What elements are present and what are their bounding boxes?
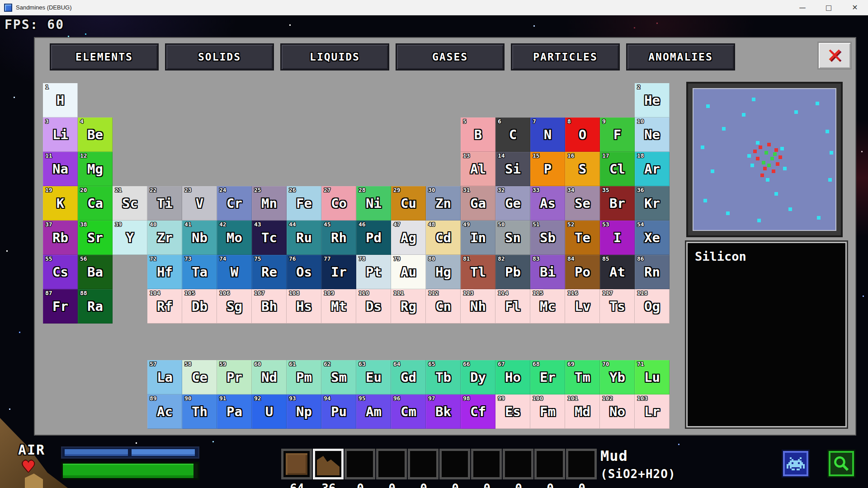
element-tile-As[interactable]: 33As	[530, 186, 565, 221]
element-tile-Pr[interactable]: 59Pr	[217, 360, 252, 394]
element-tile-At[interactable]: 85At	[600, 255, 635, 289]
tab-elements[interactable]: ELEMENTS	[50, 43, 159, 70]
element-tile-Cu[interactable]: 29Cu	[391, 186, 426, 221]
tab-gases[interactable]: GASES	[396, 43, 505, 70]
element-tile-Np[interactable]: 93Np	[287, 394, 321, 429]
element-tile-Mt[interactable]: 109Mt	[321, 289, 356, 324]
hotbar-slot-6[interactable]	[439, 449, 470, 479]
element-tile-Lu[interactable]: 71Lu	[635, 360, 670, 394]
element-tile-Sm[interactable]: 62Sm	[321, 360, 356, 394]
element-tile-Cd[interactable]: 48Cd	[426, 221, 461, 255]
element-tile-Hf[interactable]: 72Hf	[147, 255, 182, 289]
element-tile-Ti[interactable]: 22Ti	[147, 186, 182, 221]
element-tile-Fm[interactable]: 100Fm	[530, 394, 565, 429]
element-tile-Ar[interactable]: 18Ar	[635, 152, 670, 186]
element-tile-W[interactable]: 74W	[217, 255, 252, 289]
element-tile-Es[interactable]: 99Es	[495, 394, 530, 429]
element-tile-Rh[interactable]: 45Rh	[321, 221, 356, 255]
element-tile-Cs[interactable]: 55Cs	[43, 255, 78, 289]
element-tile-O[interactable]: 8O	[565, 117, 600, 152]
element-tile-Rn[interactable]: 86Rn	[635, 255, 670, 289]
element-tile-Au[interactable]: 79Au	[391, 255, 426, 289]
element-tile-Tl[interactable]: 81Tl	[461, 255, 495, 289]
element-tile-Pm[interactable]: 61Pm	[287, 360, 321, 394]
element-tile-N[interactable]: 7N	[530, 117, 565, 152]
element-tile-Mn[interactable]: 25Mn	[252, 186, 287, 221]
element-tile-Lr[interactable]: 103Lr	[635, 394, 670, 429]
element-tile-Tc[interactable]: 43Tc	[252, 221, 287, 255]
element-tile-Th[interactable]: 90Th	[182, 394, 217, 429]
element-tile-Mg[interactable]: 12Mg	[78, 152, 113, 186]
element-tile-C[interactable]: 6C	[495, 117, 530, 152]
element-tile-I[interactable]: 53I	[600, 221, 635, 255]
element-tile-F[interactable]: 9F	[600, 117, 635, 152]
element-tile-Rg[interactable]: 111Rg	[391, 289, 426, 324]
element-tile-Pt[interactable]: 78Pt	[356, 255, 391, 289]
window-close-button[interactable]: ✕	[842, 0, 868, 15]
element-tile-Na[interactable]: 11Na	[43, 152, 78, 186]
element-tile-H[interactable]: 1H	[43, 83, 78, 117]
element-tile-Os[interactable]: 76Os	[287, 255, 321, 289]
element-tile-Tb[interactable]: 65Tb	[426, 360, 461, 394]
hotbar-slot-8[interactable]	[503, 449, 533, 479]
element-tile-Hs[interactable]: 108Hs	[287, 289, 321, 324]
element-tile-Ru[interactable]: 44Ru	[287, 221, 321, 255]
element-tile-Fe[interactable]: 26Fe	[287, 186, 321, 221]
element-tile-Hg[interactable]: 80Hg	[426, 255, 461, 289]
tab-anomalies[interactable]: ANOMALIES	[626, 43, 735, 70]
maximize-button[interactable]: □	[816, 0, 842, 15]
element-tile-Ba[interactable]: 56Ba	[78, 255, 113, 289]
tab-solids[interactable]: SOLIDS	[165, 43, 274, 70]
element-tile-Ga[interactable]: 31Ga	[461, 186, 495, 221]
minimize-button[interactable]: —	[789, 0, 816, 15]
element-tile-Ce[interactable]: 58Ce	[182, 360, 217, 394]
element-tile-Sc[interactable]: 21Sc	[113, 186, 147, 221]
element-tile-Sn[interactable]: 50Sn	[495, 221, 530, 255]
element-tile-Lv[interactable]: 116Lv	[565, 289, 600, 324]
element-tile-Tm[interactable]: 69Tm	[565, 360, 600, 394]
hotbar-slot-1[interactable]	[281, 449, 312, 479]
element-tile-Og[interactable]: 118Og	[635, 289, 670, 324]
element-tile-Re[interactable]: 75Re	[252, 255, 287, 289]
element-tile-Ge[interactable]: 32Ge	[495, 186, 530, 221]
hotbar-slot-5[interactable]	[408, 449, 439, 479]
element-tile-Mc[interactable]: 115Mc	[530, 289, 565, 324]
element-tile-P[interactable]: 15P	[530, 152, 565, 186]
element-tile-Cr[interactable]: 24Cr	[217, 186, 252, 221]
element-tile-S[interactable]: 16S	[565, 152, 600, 186]
element-tile-Ir[interactable]: 77Ir	[321, 255, 356, 289]
hotbar-slot-2[interactable]	[313, 449, 344, 479]
element-tile-Cm[interactable]: 96Cm	[391, 394, 426, 429]
hotbar-slot-10[interactable]	[566, 449, 597, 479]
element-tile-He[interactable]: 2He	[635, 83, 670, 117]
element-tile-Pu[interactable]: 94Pu	[321, 394, 356, 429]
element-tile-Am[interactable]: 95Am	[356, 394, 391, 429]
element-tile-Rf[interactable]: 104Rf	[147, 289, 182, 324]
element-tile-No[interactable]: 102No	[600, 394, 635, 429]
hotbar-slot-9[interactable]	[534, 449, 565, 479]
tab-liquids[interactable]: LIQUIDS	[280, 43, 389, 70]
element-tile-Ts[interactable]: 117Ts	[600, 289, 635, 324]
element-tile-Xe[interactable]: 54Xe	[635, 221, 670, 255]
hotbar-slot-3[interactable]	[344, 449, 375, 479]
element-tile-Rb[interactable]: 37Rb	[43, 221, 78, 255]
element-tile-Pd[interactable]: 46Pd	[356, 221, 391, 255]
element-tile-Po[interactable]: 84Po	[565, 255, 600, 289]
element-tile-Ac[interactable]: 89Ac	[147, 394, 182, 429]
element-tile-Ne[interactable]: 10Ne	[635, 117, 670, 152]
menu-close-button[interactable]: ✕	[817, 42, 852, 70]
element-tile-Ho[interactable]: 67Ho	[495, 360, 530, 394]
element-tile-Nd[interactable]: 60Nd	[252, 360, 287, 394]
element-tile-Yb[interactable]: 70Yb	[600, 360, 635, 394]
element-tile-Ra[interactable]: 88Ra	[78, 289, 113, 324]
element-tile-Zn[interactable]: 30Zn	[426, 186, 461, 221]
element-tile-Zr[interactable]: 40Zr	[147, 221, 182, 255]
tab-particles[interactable]: PARTICLES	[511, 43, 620, 70]
element-tile-Md[interactable]: 101Md	[565, 394, 600, 429]
element-tile-V[interactable]: 23V	[182, 186, 217, 221]
element-tile-Fr[interactable]: 87Fr	[43, 289, 78, 324]
element-tile-Mo[interactable]: 42Mo	[217, 221, 252, 255]
element-tile-Pb[interactable]: 82Pb	[495, 255, 530, 289]
element-tile-Se[interactable]: 34Se	[565, 186, 600, 221]
element-tile-Y[interactable]: 39Y	[113, 221, 147, 255]
